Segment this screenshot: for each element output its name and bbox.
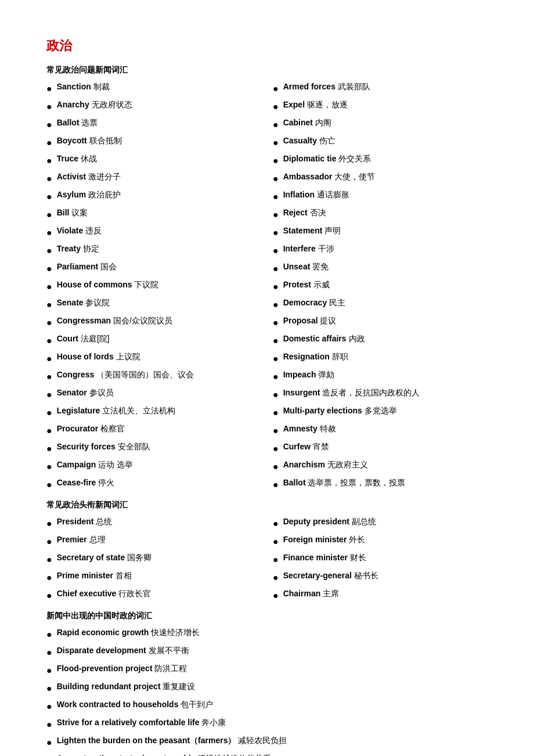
list-item: ●Ambassador 大使，使节	[273, 170, 488, 187]
list-item: ●Armed forces 武装部队	[273, 80, 488, 97]
list-item: ●House of lords 上议院	[46, 350, 261, 367]
bullet-icon: ●	[46, 135, 52, 151]
bullet-icon: ●	[46, 516, 52, 532]
list-item: ●Senate 参议院	[46, 296, 261, 313]
bullet-icon: ●	[46, 279, 52, 295]
list-item: ●Building redundant project 重复建设	[46, 679, 488, 697]
bullet-icon: ●	[46, 261, 52, 277]
bullet-icon: ●	[273, 135, 279, 151]
list-item: ●Impeach 弹劾	[273, 368, 488, 385]
list-item: ●Curfew 宵禁	[273, 440, 488, 457]
list-item: ●A constructive strategic partnership 建设…	[46, 751, 488, 756]
bullet-icon: ●	[46, 387, 52, 403]
bullet-icon: ●	[46, 534, 52, 550]
bullet-icon: ●	[273, 405, 279, 421]
bullet-icon: ●	[273, 99, 279, 115]
bullet-icon: ●	[46, 189, 52, 205]
bullet-icon: ●	[273, 207, 279, 223]
section-title-section3: 新闻中出现的中国时政的词汇	[46, 609, 488, 623]
list-item: ●Congress （美国等国的）国会、议会	[46, 368, 261, 385]
bullet-icon: ●	[46, 171, 52, 187]
list-item: ●Democracy 民主	[273, 296, 488, 313]
bullet-icon: ●	[46, 441, 52, 457]
vocab-col1-section2: ●President 总统●Premier 总理●Secretary of st…	[46, 514, 261, 604]
list-item: ●Work contracted to households 包干到户	[46, 697, 488, 715]
list-item: ●Reject 否决	[273, 206, 488, 223]
vocab-list-section3: ●Rapid economic growth 快速经济增长●Disparate …	[46, 625, 488, 756]
bullet-icon: ●	[46, 117, 52, 133]
list-item: ●Deputy president 副总统	[273, 514, 488, 532]
bullet-icon: ●	[273, 189, 279, 205]
bullet-icon: ●	[273, 534, 279, 550]
list-item: ●Expel 驱逐，放逐	[273, 98, 488, 115]
list-item: ●Prime minister 首相	[46, 568, 261, 586]
bullet-icon: ●	[273, 279, 279, 295]
list-item: ●Protest 示威	[273, 278, 488, 295]
bullet-icon: ●	[46, 477, 52, 493]
list-item: ●Strive for a relatively comfortable lif…	[46, 715, 488, 733]
list-item: ●Sanction 制裁	[46, 80, 261, 97]
bullet-icon: ●	[273, 423, 279, 439]
bullet-icon: ●	[273, 516, 279, 532]
list-item: ●Congressman 国会/众议院议员	[46, 314, 261, 331]
list-item: ●Proposal 提议	[273, 314, 488, 331]
bullet-icon: ●	[46, 207, 52, 223]
bullet-icon: ●	[46, 459, 52, 475]
list-item: ●Senator 参议员	[46, 386, 261, 403]
bullet-icon: ●	[46, 351, 52, 367]
list-item: ●Ballot 选举票，投票，票数，投票	[273, 476, 488, 493]
bullet-icon: ●	[273, 588, 279, 604]
list-item: ●Amnesty 特赦	[273, 422, 488, 439]
bullet-icon: ●	[46, 225, 52, 241]
bullet-icon: ●	[46, 753, 52, 756]
bullet-icon: ●	[273, 441, 279, 457]
bullet-icon: ●	[273, 351, 279, 367]
bullet-icon: ●	[46, 588, 52, 604]
bullet-icon: ●	[273, 243, 279, 259]
vocab-grid-section1: ●Sanction 制裁●Anarchy 无政府状态●Ballot 选票●Boy…	[46, 80, 488, 494]
list-item: ●Procurator 检察官	[46, 422, 261, 439]
bullet-icon: ●	[46, 645, 52, 661]
bullet-icon: ●	[273, 369, 279, 385]
list-item: ●Foreign minister 外长	[273, 532, 488, 550]
bullet-icon: ●	[46, 369, 52, 385]
list-item: ●Campaign 运动 选举	[46, 458, 261, 475]
list-item: ●Inflation 通话膨胀	[273, 188, 488, 205]
list-item: ●Bill 议案	[46, 206, 261, 223]
list-item: ●Court 法庭[院]	[46, 332, 261, 349]
list-item: ●Asylum 政治庇护	[46, 188, 261, 205]
vocab-col2-section1: ●Armed forces 武装部队●Expel 驱逐，放逐●Cabinet 内…	[273, 80, 488, 494]
list-item: ●Treaty 协定	[46, 242, 261, 259]
bullet-icon: ●	[273, 477, 279, 493]
vocab-col2-section2: ●Deputy president 副总统●Foreign minister 外…	[273, 514, 488, 604]
list-item: ●Activist 激进分子	[46, 170, 261, 187]
bullet-icon: ●	[46, 627, 52, 643]
bullet-icon: ●	[273, 315, 279, 331]
section-title-section1: 常见政治问题新闻词汇	[46, 63, 488, 77]
bullet-icon: ●	[46, 699, 52, 715]
list-item: ●Anarchy 无政府状态	[46, 98, 261, 115]
bullet-icon: ●	[273, 297, 279, 313]
list-item: ●Domestic affairs 内政	[273, 332, 488, 349]
list-item: ●Interfere 干涉	[273, 242, 488, 259]
bullet-icon: ●	[46, 81, 52, 97]
bullet-icon: ●	[46, 153, 52, 169]
bullet-icon: ●	[273, 117, 279, 133]
bullet-icon: ●	[273, 387, 279, 403]
bullet-icon: ●	[46, 735, 52, 751]
bullet-icon: ●	[46, 681, 52, 697]
page-title: 政治	[46, 35, 488, 56]
list-item: ●Security forces 安全部队	[46, 440, 261, 457]
bullet-icon: ●	[46, 405, 52, 421]
list-item: ●Multi-party elections 多党选举	[273, 404, 488, 421]
bullet-icon: ●	[273, 171, 279, 187]
bullet-icon: ●	[46, 423, 52, 439]
bullet-icon: ●	[46, 315, 52, 331]
list-item: ●Resignation 辞职	[273, 350, 488, 367]
bullet-icon: ●	[46, 297, 52, 313]
list-item: ●Violate 违反	[46, 224, 261, 241]
bullet-icon: ●	[273, 333, 279, 349]
bullet-icon: ●	[273, 570, 279, 586]
list-item: ●Disparate development 发展不平衡	[46, 643, 488, 661]
bullet-icon: ●	[46, 570, 52, 586]
